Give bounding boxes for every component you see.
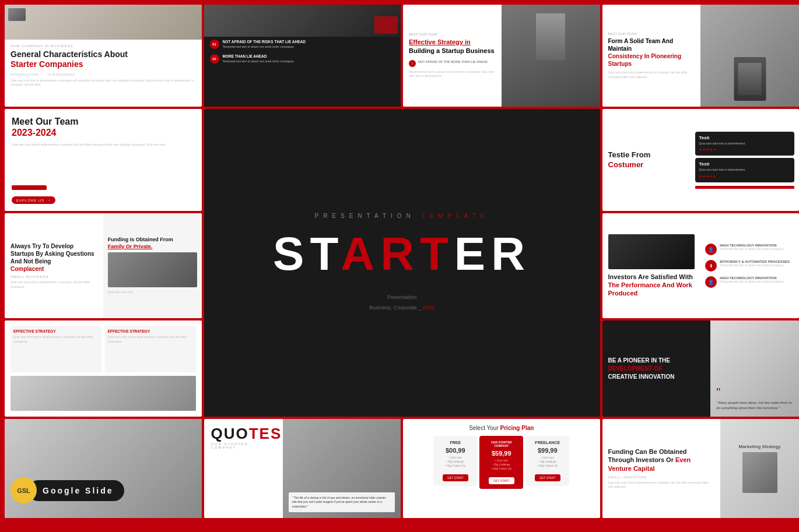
slide-label: Our Company In Business <box>10 44 196 48</box>
bullet-body-2: Temprotet text ator to absen orci amet t… <box>223 59 295 64</box>
intro-label: INTRODUCTION <box>10 73 38 76</box>
feature-row-2: ⬇ EFFICIENCY & AUTOMATED PROCESSES Tempr… <box>705 260 794 272</box>
investors-title: Investors Are Satisfied With The Perform… <box>608 273 695 298</box>
feature-row-1: 👤 HIGH TECHNOLOGY INNOVATION Temprotet t… <box>705 244 794 255</box>
quote-mark: " <box>716 386 793 398</box>
effective-label-2: EFFECTIVE STRATEGY <box>108 329 193 333</box>
effective-body: Temprotet text ator to absen orci amet t… <box>409 70 496 79</box>
office-image <box>10 376 196 411</box>
slide-title: General Characteristics About Starter Co… <box>10 50 196 69</box>
slide-pricing: Select Your Pricing Plan FREE $00,99 • Q… <box>403 419 600 518</box>
laptop-image <box>608 234 695 269</box>
center-presentation-slide: PRESENTATION TEMPLATE STARTER Presentati… <box>204 109 600 417</box>
bullet-icon-1: 01 <box>210 40 219 49</box>
stars-1: ★★★★★ <box>699 147 791 152</box>
gsl-badge: GSL <box>10 477 37 503</box>
funding-title: Funding Can Be Obtained Through Investor… <box>608 448 715 473</box>
team-year-title: Meet Our Team 2023-2024 <box>12 116 195 138</box>
strategy-image <box>742 452 777 493</box>
effective-title: Effective Strategy in Building a Startup… <box>409 38 496 55</box>
slide-google-slide: GSL Google Slide <box>5 419 202 518</box>
best-team-label: BEST OUR TEAM <box>409 33 496 36</box>
pricing-title: Select Your Pricing Plan <box>409 425 594 431</box>
small-investors-label: SMALL INVESTORS <box>608 475 715 479</box>
red-accent-bar <box>695 186 794 189</box>
always-body: Quia nam tutor toto to absentement a com… <box>10 280 97 289</box>
feature-text-1: Temprotet text ator to absen orci amet c… <box>720 247 784 252</box>
quote-body: " The life of a startup is full of ups a… <box>292 496 392 509</box>
red-bar <box>12 185 47 190</box>
best-team-label: BEST OUR TEAM <box>608 32 695 36</box>
testie-card-2: Testi Quia nam tutor toto to absentement… <box>695 158 794 182</box>
funding-body: Quia nam tutor toto to absentement a com… <box>608 481 715 489</box>
main-grid: Our Company In Business General Characte… <box>2 2 799 532</box>
bullet-title-2: MORE THAN LIE AHEAD <box>223 54 295 58</box>
feature-icon-1: 👤 <box>705 244 717 255</box>
team-title: Form A Solid Team And Maintain Consisten… <box>608 37 695 68</box>
slide-effective-grid: EFFECTIVE STRATEGY Quia nam tutor toto t… <box>5 320 202 417</box>
feature-text-2: Temprotet text ator to absen orci amet c… <box>720 263 790 268</box>
plan-price-0: $00,99 <box>438 447 472 454</box>
plan-label-2: FREELANCE <box>530 441 565 445</box>
small-biz-label: SMALL BUSINESS <box>10 275 97 279</box>
feature-icon-3: 👤 <box>705 276 717 288</box>
slide-dark-bullets: 01 NOT AFRAID OF THE RISKS THAT LIE AHEA… <box>204 5 401 107</box>
slide-funding-investors: Funding Can Be Obtained Through Investor… <box>602 419 800 518</box>
quote-text: " Many people have ideas, but few make t… <box>716 400 793 411</box>
slide-investors-satisfied: Investors Are Satisfied With The Perform… <box>602 213 800 318</box>
bullet-icon: ! <box>409 60 416 67</box>
slide-form-team: BEST OUR TEAM Form A Solid Team And Main… <box>602 5 800 107</box>
presentation-title: STARTER <box>273 231 531 277</box>
plan-label-1: OUR STARTER COMPANY <box>484 441 518 448</box>
presentation-subtitle: Presentation Business, Corporate _ 2022 <box>273 292 531 313</box>
testie-card-1: Testi Quia nam tutor toto to absentement… <box>695 132 794 156</box>
feature-icon-2: ⬇ <box>705 260 717 272</box>
bullet-icon-2: 02 <box>210 54 219 64</box>
bullet-item-1: 01 NOT AFRAID OF THE RISKS THAT LIE AHEA… <box>210 40 395 50</box>
pioneer-title: BE A PIONEER IN THE DEVELOPMENT OF CREAT… <box>608 357 705 381</box>
slide-body: Quia nam tutor toto to absentement a com… <box>10 79 196 87</box>
quotes-title: QUOTES <box>211 426 276 441</box>
biz-label: OUR BUSINESS <box>47 73 75 76</box>
plan-price-2: $99,99 <box>530 447 565 454</box>
slide-general-characteristics: Our Company In Business General Characte… <box>5 5 202 107</box>
gsl-label: Google Slide <box>28 480 124 501</box>
explore-btn[interactable]: EXPLORE US → <box>12 196 55 204</box>
slide-testie: Testie From Costumer Testi Quia nam tuto… <box>602 109 800 211</box>
quotes-subtitle: OUR STARTER COMPANY <box>211 442 276 449</box>
funding-title: Funding Is Obtained From Family Or Priva… <box>108 237 197 250</box>
plan-label-0: FREE <box>438 441 472 445</box>
presentation-label: PRESENTATION TEMPLATE <box>273 213 531 219</box>
slide-quotes: QUOTES OUR STARTER COMPANY " The life of… <box>204 419 401 518</box>
effective-body-2: Quia nam tutor toto to absentement a com… <box>108 335 193 344</box>
bullet-body-1: Temprotet text ator to absen orci amet t… <box>223 45 306 50</box>
always-title: Always Try To Develop Startups By Asking… <box>10 242 97 273</box>
price-card-free: FREE $00,99 • Quia nam• Big challenge• H… <box>433 436 477 486</box>
team-body: Quia nam tutor toto to absentement a com… <box>12 143 195 147</box>
bullet-title-1: NOT AFRAID OF THE RISKS THAT LIE AHEAD <box>223 40 306 44</box>
price-card-featured: OUR STARTER COMPANY $59,99 • Quia nam• B… <box>479 436 523 489</box>
effective-body-1: Quia nam tutor toto to absentement a com… <box>13 335 99 344</box>
feature-row-3: 👤 HIGH TECHNOLOGY INNOVATION Temprotet t… <box>705 276 794 288</box>
slide-always-funding: Always Try To Develop Startups By Asking… <box>5 213 202 318</box>
slide-pioneer: BE A PIONEER IN THE DEVELOPMENT OF CREAT… <box>602 320 800 417</box>
price-card-freelance: FREELANCE $99,99 • Quia nam• Big challen… <box>525 436 569 486</box>
building-image <box>108 252 197 287</box>
get-start-btn-1[interactable]: GET START <box>489 477 514 484</box>
effective-label-1: EFFECTIVE STRATEGY <box>13 329 99 333</box>
team-body: Quia nam tutor toto to absentement a com… <box>608 71 695 79</box>
plan-price-1: $59,99 <box>484 450 518 457</box>
bullet-item-2: 02 MORE THAN LIE AHEAD Temprotet text at… <box>210 54 395 64</box>
stars-2: ★★★★★ <box>699 174 791 179</box>
get-start-btn-0[interactable]: GET START <box>443 474 468 481</box>
funding-body: Quia nam tutor toto. <box>108 290 197 295</box>
marketing-label: Marketing Strategy <box>738 444 780 449</box>
slide-effective-strategy: BEST OUR TEAM Effective Strategy in Buil… <box>403 5 600 107</box>
bullet-text: NOT AFRAID OF THE MORE THAN LIE AHEAD <box>418 60 488 64</box>
slide-meet-team: Meet Our Team 2023-2024 Quia nam tutor t… <box>5 109 202 211</box>
feature-text-3: Temprotet text ator to absen orci amet c… <box>720 280 784 284</box>
get-start-btn-2[interactable]: GET START <box>535 474 560 481</box>
testie-title: Testie From Costumer <box>608 150 685 170</box>
